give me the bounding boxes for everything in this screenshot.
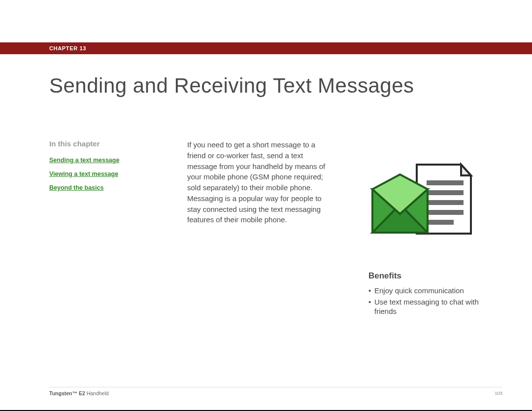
chapter-header-bar: CHAPTER 13: [0, 42, 532, 54]
benefit-item: Enjoy quick communication: [368, 286, 494, 296]
toc-link-sending[interactable]: Sending a text message: [49, 157, 158, 164]
svg-rect-2: [427, 200, 464, 205]
benefits-list: Enjoy quick communication Use text messa…: [368, 286, 494, 316]
envelope-document-icon: [368, 160, 476, 243]
footer-product: Tungsten™ E2 Handheld: [49, 390, 109, 396]
svg-rect-0: [427, 180, 464, 185]
svg-rect-4: [427, 220, 454, 225]
chapter-label: CHAPTER 13: [49, 45, 86, 51]
page-title: Sending and Receiving Text Messages: [49, 74, 414, 98]
benefit-item: Use text messaging to chat with friends: [368, 297, 494, 316]
benefits-block: Benefits Enjoy quick communication Use t…: [368, 271, 494, 318]
document-page: CHAPTER 13 Sending and Receiving Text Me…: [0, 0, 532, 410]
benefits-heading: Benefits: [368, 271, 494, 281]
toc-link-viewing[interactable]: Viewing a text message: [49, 171, 158, 177]
sidebar-heading: In this chapter: [49, 139, 158, 148]
intro-paragraph: If you need to get a short message to a …: [187, 139, 335, 225]
in-this-chapter-sidebar: In this chapter Sending a text message V…: [49, 139, 158, 198]
footer-page-number: 103: [495, 390, 502, 396]
svg-rect-3: [427, 210, 464, 215]
footer-product-bold: Tungsten™ E2: [49, 390, 85, 396]
footer-product-rest: Handheld: [85, 390, 109, 396]
toc-link-beyond[interactable]: Beyond the basics: [49, 184, 158, 191]
page-footer: Tungsten™ E2 Handheld 103: [49, 387, 502, 396]
svg-rect-1: [427, 190, 464, 195]
